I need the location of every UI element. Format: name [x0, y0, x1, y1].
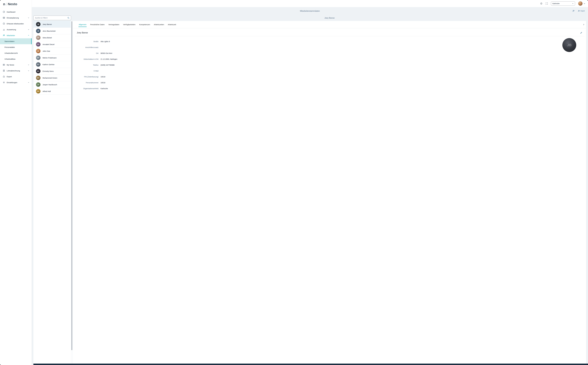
employee-avatar: AD: [36, 42, 41, 47]
field-label: Anschriftenzusatz:: [75, 46, 101, 48]
chevron-down-icon: [28, 82, 29, 83]
import-button[interactable]: Import: [578, 10, 585, 12]
sidebar-nav: Dashboard Einsatzplanung Erfasste Arbeit…: [0, 9, 32, 85]
field-value: 90503 Ost Kimi: [101, 52, 112, 54]
edit-button[interactable]: [580, 32, 582, 34]
employee-list-item[interactable]: JB Joey Banse: [33, 21, 71, 28]
sidebar-item-export[interactable]: Export: [0, 74, 32, 79]
employee-name: Joey Banse: [42, 23, 52, 25]
badge-icon: [3, 64, 5, 66]
sidebar-item-dashboard[interactable]: Dashboard: [0, 9, 32, 15]
field-value: 21.12.2003, Harlingen: [101, 58, 117, 60]
field-row-anschriftenzusatz: Anschriftenzusatz:: [75, 44, 584, 50]
employee-avatar: KG: [36, 62, 41, 67]
employee-name: Kathrin Gehrke: [42, 63, 55, 65]
sidebar-item-einstellungen[interactable]: Einstellungen: [0, 79, 32, 85]
sidebar-item-einsatzplanung[interactable]: Einsatzplanung: [0, 15, 32, 21]
chevron-right-icon: [583, 24, 584, 25]
employee-name: John Doe: [42, 50, 50, 52]
field-label: Straße:: [75, 41, 101, 42]
employee-avatar: JB: [36, 29, 41, 33]
employee-name: Annabel Diezel: [42, 43, 55, 45]
sidebar-subitem-label: Stammdaten: [5, 40, 14, 42]
employee-avatar: EG: [36, 69, 41, 73]
employee-list-item[interactable]: SB Stina Bickel: [33, 34, 71, 41]
employee-list-item[interactable]: JB Jens Baumeister: [33, 28, 71, 34]
bar-chart-icon: [3, 28, 5, 31]
detail-body: Joey Banse Straße: Alia Lights 9: [73, 28, 586, 364]
employee-name: Melvin Friedmann: [42, 57, 56, 59]
sidebar-item-mitarbeiter[interactable]: Mitarbeiter: [0, 32, 32, 38]
employee-list-item[interactable]: MF Melvin Friedmann: [33, 55, 71, 61]
content-row: JB Joey Banse JB Jens Baumeister SB Stin…: [32, 21, 588, 364]
field-row-ort: Ort: 90503 Ost Kimi: [75, 50, 584, 56]
fullscreen-button[interactable]: [546, 2, 548, 5]
employee-name: Muhammed Green: [42, 77, 57, 79]
field-label: E-Mail:: [75, 70, 101, 72]
employee-avatar: SB: [36, 35, 41, 40]
employee-name: Jasper Hackbusch: [42, 84, 57, 86]
person-import-icon: [578, 10, 580, 12]
tab-label: Arbeitszeit: [168, 23, 176, 26]
list-scrollbar: [71, 21, 73, 364]
nesto-logo: n Nesto: [0, 0, 32, 8]
employee-section-title: Joey Banse: [77, 32, 88, 34]
notifications-button[interactable]: [540, 2, 542, 5]
page-header: Mitarbeiterstammdaten Import: [32, 7, 588, 15]
field-row-telefon: Telefon: (0459) 437765986: [75, 62, 584, 68]
tab-label: Allgemein: [79, 23, 86, 26]
tab-kompetenzen[interactable]: Kompetenzen: [137, 21, 152, 28]
tab-allgemein[interactable]: Allgemein: [77, 21, 88, 28]
sidebar-item-urlaubsabbau[interactable]: Urlaubsabbau: [0, 56, 32, 62]
person-add-icon: [572, 10, 575, 12]
tab-arbeitszeiten[interactable]: Arbeitszeiten: [152, 21, 166, 28]
app-window: n Nesto Dashboard Einsatzplanung: [0, 0, 588, 365]
tab-label: Arbeitszeiten: [154, 23, 164, 26]
add-employee-button[interactable]: [572, 10, 575, 12]
tab-persoenliche-daten[interactable]: Persönliche Daten: [88, 21, 106, 28]
field-label: Geburtsdatum & Ort:: [75, 58, 101, 60]
sidebar-item-erfasste-arbeitszeiten[interactable]: Erfasste Arbeitszeiten: [0, 21, 32, 27]
logo-name: Nesto: [8, 2, 17, 6]
search-input[interactable]: [35, 17, 67, 19]
location-select-value: Karlsruhe: [553, 3, 560, 5]
scrollbar-thumb[interactable]: [71, 21, 72, 350]
tab-arbeitszeit-truncated[interactable]: Arbeitszeit: [166, 21, 178, 28]
employee-list-item[interactable]: AD Annabel Diezel: [33, 41, 71, 48]
location-select[interactable]: Karlsruhe: [551, 1, 575, 6]
employee-list-item[interactable]: JH Jasper Hackbusch: [33, 81, 71, 88]
sidebar-item-auswertung[interactable]: Auswertung: [0, 27, 32, 32]
import-label: Import: [581, 10, 585, 12]
sidebar-item-label: Export: [7, 76, 12, 77]
field-row-strasse: Straße: Alia Lights 9: [75, 39, 584, 44]
tabs-overflow-button[interactable]: [581, 21, 584, 28]
field-row-pin: PIN (Zeiterfassung): 10018: [75, 74, 584, 80]
sidebar-item-label: Einstellungen: [7, 82, 17, 84]
sidebar-item-stammdaten[interactable]: Stammdaten: [0, 38, 32, 44]
field-row-geburtsdatum: Geburtsdatum & Ort: 21.12.2003, Harlinge…: [75, 56, 584, 62]
employee-list-item[interactable]: KG Kathrin Gehrke: [33, 61, 71, 68]
employee-list-item[interactable]: MG Muhammed Green: [33, 75, 71, 81]
sidebar-item-urlaubsuebersicht[interactable]: Urlaubsübersicht: [0, 50, 32, 56]
field-label: PIN (Zeiterfassung):: [75, 76, 101, 78]
sidebar-item-my-nesto[interactable]: My Nesto: [0, 62, 32, 68]
employee-avatar: JB: [36, 22, 41, 27]
user-menu[interactable]: [578, 1, 585, 6]
sidebar-subitem-label: Personalakte: [5, 46, 15, 48]
sidebar-item-lohnabrechnung[interactable]: Lohnabrechnung: [0, 68, 32, 74]
topbar: Karlsruhe: [32, 0, 588, 7]
field-value: 10018: [101, 76, 105, 78]
employee-list-item[interactable]: AH Alfred Holl: [33, 88, 71, 95]
employee-list-item[interactable]: EG Emmely Gens: [33, 68, 71, 75]
search-icon[interactable]: [67, 17, 70, 19]
tab-verfuegbarkeiten[interactable]: Verfügbarkeiten: [121, 21, 137, 28]
employee-list-item[interactable]: JD John Doe: [33, 48, 71, 55]
tab-vertragsdaten[interactable]: Vertragsdaten: [106, 21, 121, 28]
field-value: Alia Lights 9: [101, 41, 110, 42]
bottom-bar: [33, 364, 588, 365]
main-area: Karlsruhe Mitarbeiterstammdaten: [32, 0, 588, 365]
field-label: Personalnummer:: [75, 82, 101, 84]
field-value: 10018: [101, 82, 105, 84]
sidebar-item-personalakte[interactable]: Personalakte: [0, 44, 32, 50]
employee-name: Jens Baumeister: [42, 30, 56, 32]
